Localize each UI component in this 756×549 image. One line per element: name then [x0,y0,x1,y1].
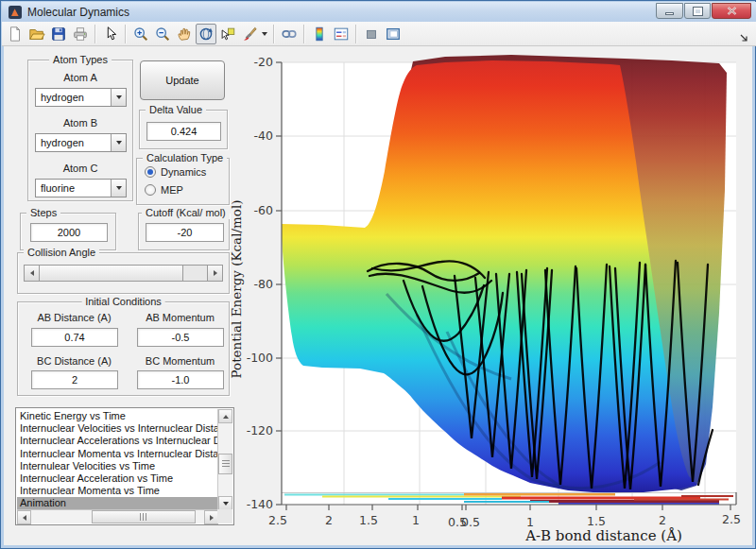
maximize-icon [694,8,702,15]
atom-a-dropdown-button[interactable] [111,89,126,106]
list-item[interactable]: Internuclear Momenta vs Internuclear Dis… [17,448,218,460]
brush-dropdown-button[interactable] [260,24,269,44]
toolbar-overflow-button[interactable] [740,29,748,46]
new-figure-icon [7,26,24,43]
x-tick: 0.5 [461,515,480,529]
rotate-3d-button[interactable] [196,24,216,44]
atom-b-dropdown-button[interactable] [111,134,126,151]
steps-panel: Steps 2000 [20,213,116,250]
close-icon [727,7,737,15]
y-tick: -120 [247,423,273,437]
insert-colorbar-button[interactable] [309,24,330,44]
list-item[interactable]: Kinetic Energy vs Time [17,410,218,422]
list-item[interactable]: Internuclear Momenta vs Time [17,485,218,497]
x-tick: 2 [325,513,333,527]
pan-button[interactable] [174,24,195,44]
edit-plot-button[interactable] [100,24,121,44]
y-tick: -20 [254,55,273,69]
zoom-in-button[interactable] [130,24,151,44]
y-tick-labels: -20 -40 -60 -80 -100 -120 -140 [247,55,273,511]
calculation-type-panel: Calculation Type Dynamics MEP [136,158,230,205]
y-tick: -60 [254,203,273,217]
surface-plot-canvas[interactable]: -20 -40 -60 -80 -100 -120 -140 2.5 2 1.5… [228,48,756,546]
minimize-button[interactable] [656,3,683,19]
toolbar-separator [303,25,304,43]
list-item[interactable]: Internulear Velocities vs Time [17,460,218,472]
titlebar[interactable]: Molecular Dynamics [2,2,756,22]
list-item[interactable]: Internuclear Acceleration vs Time [17,472,218,485]
link-plot-button[interactable] [279,24,300,44]
toolbar-separator [125,25,126,43]
list-item-selected[interactable]: Animation [17,497,218,509]
close-button[interactable] [712,3,751,19]
ab-momentum-label: AB Momentum [135,312,225,323]
maximize-button[interactable] [684,3,711,19]
x-tick: 2 [659,513,666,527]
zoom-out-button[interactable] [152,24,173,44]
data-cursor-button[interactable] [217,24,238,44]
dynamics-radio[interactable]: Dynamics [145,166,206,178]
listbox-horizontal-scrollbar[interactable] [17,509,218,523]
atom-b-dropdown[interactable]: hydrogen [35,133,127,152]
update-button[interactable]: Update [140,60,225,100]
ab-distance-field[interactable]: 0.74 [31,328,118,347]
brush-button[interactable] [239,24,260,44]
insert-legend-button[interactable] [331,24,352,44]
cutoff-field[interactable]: -20 [146,223,224,242]
link-plot-icon [281,26,298,43]
arrow-left-icon [30,270,34,276]
atom-c-dropdown[interactable]: fluorine [35,179,127,197]
minimize-icon [665,12,674,15]
ab-momentum-field[interactable]: -0.5 [137,328,224,347]
list-item[interactable]: Internuclear Accelerations vs Internucle… [17,435,218,447]
scroll-right-button[interactable] [204,510,218,524]
save-figure-button[interactable] [48,24,69,44]
surface-plot-axes[interactable]: -20 -40 -60 -80 -100 -120 -140 2.5 2 1.5… [228,48,756,546]
arrow-right-icon [214,270,217,276]
collision-angle-slider[interactable] [24,265,223,282]
ab-distance-label: AB Distance (A) [29,312,119,323]
atom-a-value: hydrogen [36,92,111,103]
new-figure-button[interactable] [5,24,26,44]
zoom-out-icon [154,26,171,43]
delta-value-field[interactable]: 0.424 [146,122,221,141]
insert-legend-icon [333,26,350,43]
cutoff-title: Cutoff (Kcal/ mol) [142,207,230,219]
list-item[interactable]: Internuclear Velocities vs Internuclear … [17,422,218,435]
plot-type-listbox[interactable]: Kinetic Energy vs Time Internuclear Velo… [15,407,234,525]
y-tick: -100 [247,351,273,365]
brush-icon [241,26,258,43]
insert-colorbar-icon [311,26,328,43]
atom-b-label: Atom B [28,117,132,129]
toolbar-separator [94,25,95,43]
y-tick: -80 [254,277,273,291]
hide-plot-tools-button[interactable] [361,24,382,44]
scroll-left-button[interactable] [17,510,31,524]
mep-radio[interactable]: MEP [145,184,183,196]
cutoff-panel: Cutoff (Kcal/ mol) -20 [138,213,230,250]
atom-a-dropdown[interactable]: hydrogen [35,88,127,107]
save-figure-icon [50,26,67,43]
bc-momentum-field[interactable]: -1.0 [137,370,224,389]
slider-left-button[interactable] [25,266,40,281]
print-icon [72,26,89,43]
initial-conditions-title: Initial Conditions [81,296,165,308]
print-button[interactable] [70,24,91,44]
atom-types-panel: Atom Types Atom A hydrogen Atom B hydrog… [27,60,133,201]
atom-c-dropdown-button[interactable] [111,180,126,197]
arrow-right-icon [210,515,214,521]
slider-thumb[interactable] [40,266,183,281]
toolbar-separator [273,25,274,43]
slider-right-button[interactable] [207,266,222,281]
atom-b-value: hydrogen [36,137,111,148]
horizontal-scroll-thumb[interactable] [92,510,196,523]
atom-types-title: Atom Types [49,54,112,66]
bc-distance-field[interactable]: 2 [31,370,118,389]
steps-field[interactable]: 2000 [30,223,108,242]
bc-momentum-label: BC Momentum [135,355,225,367]
y-tick: -140 [247,497,273,511]
show-plot-tools-button[interactable] [383,24,404,44]
dynamics-radio-label: Dynamics [161,166,206,178]
open-file-button[interactable] [26,24,47,44]
x-tick: 1 [412,513,420,527]
